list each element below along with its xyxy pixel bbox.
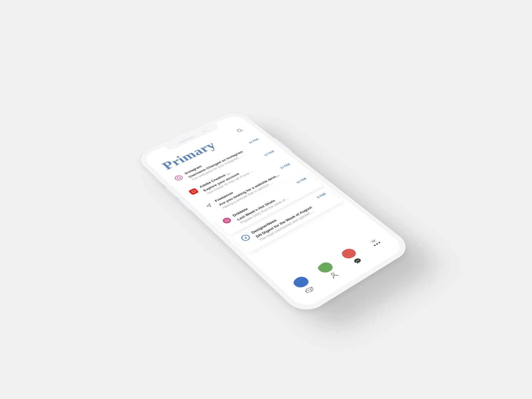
more-icon [372, 241, 381, 247]
tab-social[interactable] [310, 257, 348, 284]
tab-more[interactable]: +2 [362, 235, 388, 251]
inbox-blob-icon [290, 274, 311, 290]
svg-point-7 [358, 259, 359, 260]
svg-point-0 [236, 129, 242, 132]
inbox-icon [303, 285, 316, 295]
instagram-icon [173, 174, 184, 181]
chat-icon [351, 256, 364, 265]
svg-point-3 [224, 219, 229, 222]
message-preview: The most commented and upvoted … [258, 199, 335, 242]
message-sender: DesignerNews [250, 218, 278, 234]
search-icon [235, 128, 245, 133]
svg-point-5 [356, 261, 357, 262]
designernews-icon: d [240, 234, 251, 242]
mute-switch [155, 177, 161, 183]
adobe-icon [188, 188, 199, 195]
svg-point-4 [331, 273, 334, 276]
message-subject: DN Digest for the Week of August [255, 196, 332, 238]
tab-promotions[interactable] [333, 243, 371, 270]
promo-blob-icon [338, 246, 359, 261]
svg-point-2 [192, 190, 196, 193]
svg-point-6 [357, 260, 358, 261]
freelancer-icon [203, 202, 215, 209]
message-sender: Dribbble [232, 207, 249, 217]
more-count-badge: +2 [369, 238, 378, 244]
tab-inbox[interactable] [285, 271, 324, 300]
search-button[interactable] [233, 126, 247, 135]
dribbble-icon [221, 216, 232, 224]
svg-line-1 [241, 130, 243, 131]
social-blob-icon [315, 260, 336, 275]
person-icon [328, 270, 340, 280]
volume-down [178, 200, 190, 210]
